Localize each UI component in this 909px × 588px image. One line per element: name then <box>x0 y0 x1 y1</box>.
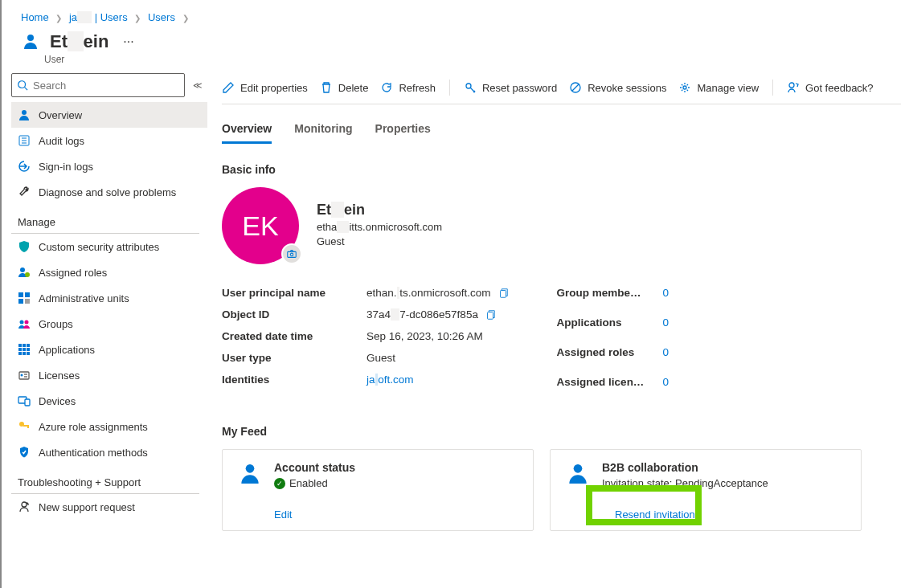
svg-rect-16 <box>18 344 22 347</box>
signin-icon <box>18 160 31 173</box>
created-value: Sep 16, 2023, 10:26 AM <box>366 330 483 342</box>
svg-point-44 <box>246 464 255 473</box>
svg-point-34 <box>22 502 27 507</box>
sidebar-item-label: Custom security attributes <box>39 241 159 253</box>
sidebar-item-assigned-roles[interactable]: Assigned roles <box>11 259 207 285</box>
search-box[interactable] <box>11 73 185 97</box>
main-content: Edit properties Delete Refresh Reset pas… <box>207 71 909 588</box>
svg-rect-23 <box>23 352 26 355</box>
sidebar-item-admin-units[interactable]: Administrative units <box>11 285 207 311</box>
svg-rect-43 <box>487 312 493 319</box>
sidebar-item-support-request[interactable]: New support request <box>11 494 207 520</box>
svg-rect-20 <box>23 348 26 351</box>
svg-point-15 <box>25 321 29 325</box>
user-icon <box>565 461 591 487</box>
licenses-value[interactable]: 0 <box>663 376 669 388</box>
created-label: Created date time <box>222 330 366 342</box>
sidebar-item-label: Overview <box>39 109 82 121</box>
avatar: EK <box>222 187 299 264</box>
sidebar-item-signin-logs[interactable]: Sign-in logs <box>11 153 207 179</box>
key-icon <box>464 81 477 94</box>
sidebar-item-label: Assigned roles <box>39 267 107 279</box>
more-menu[interactable]: ··· <box>123 35 133 49</box>
sidebar-item-groups[interactable]: Groups <box>11 311 207 337</box>
sidebar-item-overview[interactable]: Overview <box>11 102 207 128</box>
svg-rect-12 <box>18 299 23 304</box>
copy-icon[interactable] <box>485 309 496 321</box>
sidebar-item-applications[interactable]: Applications <box>11 337 207 362</box>
feed-card-b2b: B2B collaboration Invitation state: Pend… <box>550 449 862 531</box>
usertype-label: User type <box>222 352 366 364</box>
breadcrumb-home[interactable]: Home <box>21 11 49 23</box>
svg-rect-42 <box>500 290 506 297</box>
breadcrumb-users[interactable]: Users <box>148 11 175 23</box>
collapse-sidebar-icon[interactable]: ≪ <box>190 80 206 91</box>
svg-rect-13 <box>25 299 30 304</box>
identity-link[interactable]: ja oft.com <box>366 374 414 386</box>
sidebar-item-diagnose[interactable]: Diagnose and solve problems <box>11 179 207 205</box>
breadcrumb: Home ❯ jaf v) | Users ❯ Users ❯ <box>2 0 909 28</box>
oid-label: Object ID <box>222 308 366 321</box>
sidebar-item-label: Authentication methods <box>39 447 148 459</box>
sidebar-item-licenses[interactable]: Licenses <box>11 362 207 388</box>
units-icon <box>18 292 31 304</box>
sidebar-item-label: Azure role assignments <box>39 421 148 433</box>
stats-table: Group membe…0 Applications0 Assigned rol… <box>557 287 669 406</box>
roles-label: Assigned roles <box>557 346 652 358</box>
resend-invitation-link[interactable]: Resend invitation <box>615 508 695 521</box>
feedback-button[interactable]: Got feedback? <box>787 81 874 94</box>
roles-value[interactable]: 0 <box>663 346 669 358</box>
groups-label: Group membe… <box>557 287 652 299</box>
page-title: Eth ein <box>50 31 109 52</box>
svg-rect-40 <box>288 251 297 257</box>
reset-password-button[interactable]: Reset password <box>464 81 557 94</box>
sidebar-item-auth-methods[interactable]: Authentication methods <box>11 439 207 465</box>
tab-monitoring[interactable]: Monitoring <box>294 116 352 144</box>
apps-value[interactable]: 0 <box>663 316 669 329</box>
upn-value: ethan. ts.onmicrosoft.com <box>366 287 509 299</box>
upn-label: User principal name <box>222 287 366 299</box>
svg-point-9 <box>25 272 30 277</box>
svg-point-45 <box>574 464 583 473</box>
edit-properties-button[interactable]: Edit properties <box>222 81 308 94</box>
copy-icon[interactable] <box>497 288 509 299</box>
svg-rect-11 <box>25 292 30 297</box>
delete-button[interactable]: Delete <box>320 81 369 94</box>
sidebar-item-devices[interactable]: Devices <box>11 388 207 414</box>
user-principal-name-summary: ethan ritts.onmicrosoft.com <box>317 221 442 233</box>
licenses-label: Assigned licen… <box>557 376 652 388</box>
manage-view-button[interactable]: Manage view <box>678 81 759 94</box>
sidebar-group-manage: Manage <box>11 205 199 234</box>
search-icon <box>17 80 28 91</box>
sidebar-item-label: Sign-in logs <box>39 161 93 173</box>
tab-properties[interactable]: Properties <box>375 116 431 144</box>
sidebar-item-audit-logs[interactable]: Audit logs <box>11 128 207 153</box>
groups-value[interactable]: 0 <box>663 287 669 299</box>
sidebar-item-custom-security[interactable]: Custom security attributes <box>11 234 207 259</box>
sidebar: ≪ Overview Audit logs Sign-in logs Diagn… <box>2 71 207 588</box>
feedback-icon <box>787 81 800 94</box>
edit-photo-button[interactable] <box>281 243 302 264</box>
edit-account-status-link[interactable]: Edit <box>274 508 292 521</box>
sidebar-item-label: Devices <box>39 395 76 407</box>
svg-point-14 <box>20 321 24 325</box>
key-icon <box>18 420 31 433</box>
search-input[interactable] <box>33 80 179 92</box>
trash-icon <box>320 81 333 94</box>
feed-card-subtitle: Invitation state: PendingAcceptance <box>602 477 768 489</box>
support-icon <box>18 500 31 513</box>
license-icon <box>18 369 31 382</box>
revoke-sessions-button[interactable]: Revoke sessions <box>569 81 666 94</box>
svg-line-2 <box>25 88 28 91</box>
svg-point-1 <box>18 81 26 88</box>
svg-point-8 <box>20 267 25 272</box>
sidebar-item-azure-roles[interactable]: Azure role assignments <box>11 414 207 439</box>
breadcrumb-tenant[interactable]: jaf v) | Users <box>69 11 128 23</box>
identities-value: ja oft.com <box>366 374 414 386</box>
toolbar: Edit properties Delete Refresh Reset pas… <box>222 71 901 104</box>
apps-icon <box>18 343 31 356</box>
refresh-button[interactable]: Refresh <box>380 81 436 94</box>
tab-overview[interactable]: Overview <box>222 116 272 144</box>
feed-card-account-status: Account status ✓ Enabled Edit <box>222 449 534 531</box>
user-icon <box>237 461 263 487</box>
